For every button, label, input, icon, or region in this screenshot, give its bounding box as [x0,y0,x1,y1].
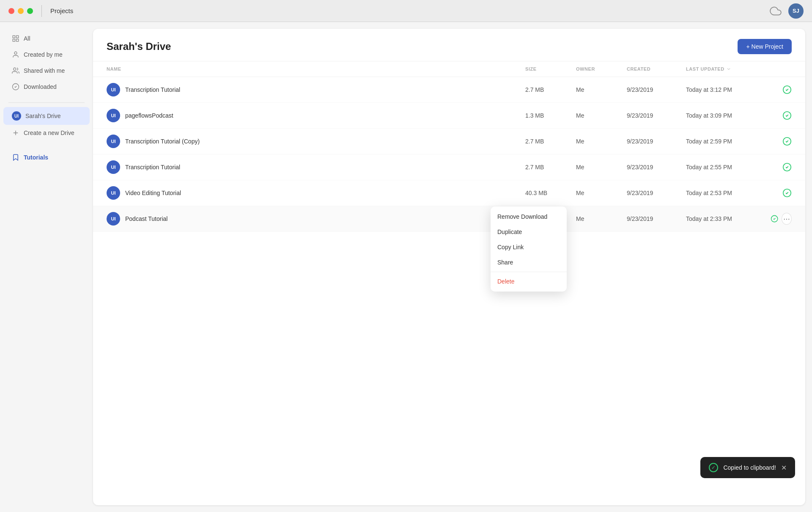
row-file-name: Transcription Tutorial (Copy) [125,138,200,145]
sidebar-item-create-drive[interactable]: Create a new Drive [3,125,90,141]
row-updated: Today at 2:55 PM [686,164,771,171]
row-name: UI pageflowsPodcast [107,109,525,122]
row-updated: Today at 2:59 PM [686,138,771,145]
title-bar: Projects SJ [0,0,812,22]
title-divider [41,5,42,17]
users-icon [12,67,19,74]
row-actions [771,137,792,146]
toast-message: Copied to clipboard! [723,464,776,471]
cloud-icon[interactable] [770,5,782,17]
table-body: UI Transcription Tutorial 2.7 MB Me 9/23… [93,77,805,505]
bookmark-icon [12,154,19,161]
col-header-name: NAME [107,66,525,72]
window-title: Projects [50,7,73,14]
table-row[interactable]: UI Transcription Tutorial 2.7 MB Me 9/23… [93,77,805,103]
sidebar-item-tutorials[interactable]: Tutorials [3,149,90,165]
row-actions: ⋯ [771,213,792,225]
row-updated: Today at 3:09 PM [686,112,771,119]
sidebar-divider [8,102,85,103]
row-updated: Today at 2:33 PM [686,215,771,222]
sidebar-item-shared-label: Shared with me [24,67,65,74]
row-file-icon: UI [107,83,120,96]
traffic-lights [8,8,33,14]
table-row[interactable]: UI Podcast Tutorial 9.7 MB Me 9/23/2019 … [93,206,805,232]
row-created: 9/23/2019 [627,86,686,93]
check-icon [782,111,792,120]
row-updated: Today at 2:53 PM [686,190,771,196]
check-icon [771,214,778,223]
row-file-icon: UI [107,109,120,122]
row-actions [771,111,792,120]
sidebar-item-shared-with-me[interactable]: Shared with me [3,63,90,79]
col-header-updated[interactable]: LAST UPDATED [686,66,771,72]
row-size: 2.7 MB [525,138,576,145]
check-icon [782,162,792,172]
row-name: UI Podcast Tutorial [107,212,525,226]
row-size: 2.7 MB [525,164,576,171]
sidebar-item-downloaded[interactable]: Downloaded [3,79,90,95]
sidebar-item-sarahs-drive[interactable]: UI Sarah's Drive [3,107,90,125]
col-header-created: CREATED [627,66,686,72]
content-header: Sarah's Drive + New Project [93,29,805,61]
row-file-icon: UI [107,186,120,200]
sidebar-item-all[interactable]: All [3,30,90,47]
sidebar-item-downloaded-label: Downloaded [24,83,57,90]
context-menu-item-delete[interactable]: Delete [491,274,567,289]
row-created: 9/23/2019 [627,164,686,171]
context-menu: Remove DownloadDuplicateCopy LinkShareDe… [491,206,567,292]
toast-close-button[interactable]: ✕ [781,464,787,472]
row-actions [771,188,792,198]
row-name: UI Transcription Tutorial [107,160,525,174]
table-header: NAME SIZE OWNER CREATED LAST UPDATED [93,61,805,77]
context-menu-divider [491,272,567,272]
avatar[interactable]: SJ [788,3,804,19]
row-size: 1.3 MB [525,112,576,119]
plus-icon [12,129,19,137]
sidebar-item-created-by-me[interactable]: Created by me [3,47,90,63]
svg-rect-3 [16,39,19,41]
minimize-button[interactable] [18,8,24,14]
close-button[interactable] [8,8,14,14]
grid-icon [12,35,19,42]
row-size: 2.7 MB [525,86,576,93]
maximize-button[interactable] [27,8,33,14]
context-menu-item-share[interactable]: Share [491,255,567,270]
row-owner: Me [576,86,627,93]
row-file-icon: UI [107,135,120,148]
sidebar: All Created by me Shar [0,22,93,512]
svg-rect-2 [13,39,15,41]
row-file-name: Transcription Tutorial [125,86,180,93]
table-row[interactable]: UI Transcription Tutorial 2.7 MB Me 9/23… [93,154,805,180]
row-name: UI Transcription Tutorial [107,83,525,96]
context-menu-item-duplicate[interactable]: Duplicate [491,224,567,239]
col-header-size: SIZE [525,66,576,72]
new-project-button[interactable]: + New Project [738,39,792,54]
sidebar-item-created-label: Created by me [24,51,63,58]
more-options-button[interactable]: ⋯ [782,213,792,225]
col-header-owner: OWNER [576,66,627,72]
svg-point-5 [14,68,16,70]
sidebar-nav-section: All Created by me Shar [0,30,93,95]
sidebar-drive-label: Sarah's Drive [25,113,61,119]
row-name: UI Video Editing Tutorial [107,186,525,200]
table-row[interactable]: UI Transcription Tutorial (Copy) 2.7 MB … [93,129,805,154]
check-icon [782,85,792,94]
svg-rect-0 [13,36,15,38]
content-area: Sarah's Drive + New Project NAME SIZE OW… [93,29,805,505]
table-row[interactable]: UI pageflowsPodcast 1.3 MB Me 9/23/2019 … [93,103,805,129]
context-menu-item-copy-link[interactable]: Copy Link [491,239,567,255]
row-file-name: Video Editing Tutorial [125,190,181,196]
circle-check-icon [12,83,19,91]
check-icon [782,188,792,198]
col-header-actions [771,66,792,72]
check-icon [782,137,792,146]
context-menu-item-remove-download[interactable]: Remove Download [491,209,567,224]
row-owner: Me [576,215,627,222]
row-owner: Me [576,112,627,119]
row-created: 9/23/2019 [627,112,686,119]
table-row[interactable]: UI Video Editing Tutorial 40.3 MB Me 9/2… [93,180,805,206]
sidebar-item-all-label: All [24,35,30,42]
row-name: UI Transcription Tutorial (Copy) [107,135,525,148]
row-created: 9/23/2019 [627,190,686,196]
row-file-icon: UI [107,212,120,226]
